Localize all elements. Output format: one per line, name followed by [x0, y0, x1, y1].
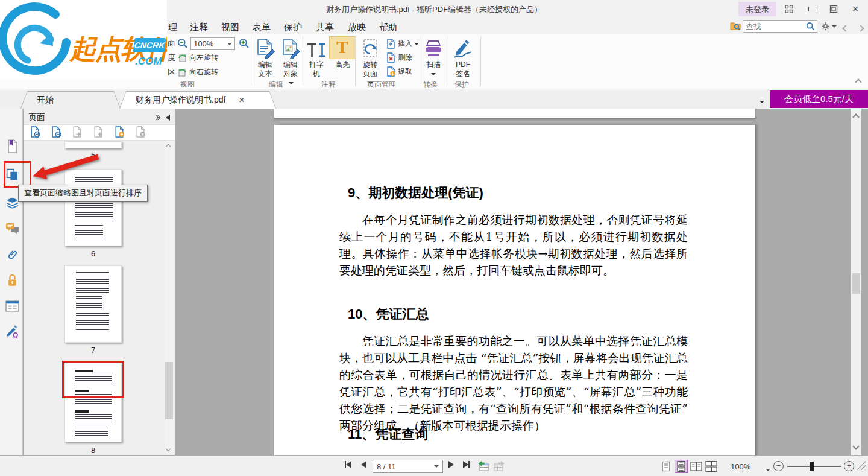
extract-page-button[interactable]: 提取	[386, 66, 412, 77]
typewriter-label: 打字机	[307, 60, 326, 78]
rotate-left-button[interactable]: 向左旋转	[177, 52, 218, 63]
thumbnail-number-8: 8	[64, 446, 122, 455]
minimize-icon[interactable]	[804, 2, 820, 16]
single-page-view-icon[interactable]	[659, 460, 673, 473]
delete-page-button[interactable]: 删除	[386, 52, 412, 63]
pages-panel-scrollbar-thumb[interactable]	[165, 362, 173, 419]
menu-item-view[interactable]: 视图	[219, 21, 242, 34]
thumbnail-page-7[interactable]	[64, 265, 122, 343]
tab-close-icon[interactable]: ×	[239, 95, 244, 105]
pdf-sign-label: PDF签名	[453, 60, 473, 78]
pages-panel-scrollbar[interactable]	[165, 141, 174, 455]
restore-icon[interactable]	[826, 2, 841, 16]
menu-item-help[interactable]: 帮助	[377, 21, 400, 34]
edit-text-button[interactable]: 编辑文本	[252, 36, 278, 78]
menu-item-present[interactable]: 放映	[345, 21, 368, 34]
previous-page-button[interactable]	[361, 461, 366, 468]
find-next-icon[interactable]	[858, 24, 863, 33]
attachments-icon[interactable]	[4, 247, 20, 262]
scan-button[interactable]: 扫描	[420, 36, 447, 78]
digital-signatures-icon[interactable]	[4, 324, 20, 340]
continuous-facing-view-icon[interactable]	[705, 460, 718, 473]
insert-page-button[interactable]: 插入	[386, 39, 419, 49]
rotate-right-button[interactable]: 向右旋转	[177, 67, 218, 77]
pdf-sign-icon	[449, 36, 477, 59]
resize-grip[interactable]	[857, 461, 866, 470]
document-scrollbar[interactable]	[851, 109, 861, 455]
find-previous-icon[interactable]	[843, 24, 848, 33]
insert-page-panel-icon[interactable]	[114, 126, 125, 139]
tab-document[interactable]: 财务用户操作说明书.pdf ×	[119, 91, 276, 109]
scan-label: 扫描	[420, 60, 447, 78]
next-view-icon[interactable]	[493, 460, 505, 472]
enlarge-thumbnails-icon[interactable]	[30, 126, 40, 139]
fit-width-partial[interactable]: 度	[168, 52, 175, 63]
search-settings-gear-icon[interactable]	[821, 22, 837, 31]
zoom-out-icon[interactable]	[177, 38, 188, 51]
search-input-box[interactable]	[743, 20, 817, 33]
red-annotation-arrow	[29, 152, 102, 182]
scan-icon	[420, 36, 447, 59]
zoom-in-icon[interactable]	[239, 38, 250, 51]
highlight-button[interactable]: T 高亮	[329, 36, 356, 69]
reduce-thumbnails-icon[interactable]	[51, 126, 61, 139]
collapse-ribbon-icon[interactable]	[856, 77, 861, 86]
search-magnifier-icon[interactable]	[806, 22, 817, 31]
rotate-left-label: 向左旋转	[189, 52, 218, 63]
first-page-button[interactable]	[345, 461, 351, 468]
menu-item-share[interactable]: 共享	[313, 21, 336, 34]
pages-panel-title: 页面	[28, 112, 45, 123]
doc-section-11-heading: 11、凭证查询	[348, 425, 428, 443]
login-status-button[interactable]: 未登录	[738, 2, 776, 16]
zoom-in-circle-icon[interactable]: +	[844, 461, 854, 471]
menu-item-protect[interactable]: 保护	[281, 21, 304, 34]
menu-item-form[interactable]: 表单	[250, 21, 273, 34]
tab-list-dropdown-icon[interactable]	[760, 97, 764, 106]
thumbnail-page-5[interactable]	[64, 141, 122, 148]
form-fields-icon[interactable]	[4, 298, 20, 314]
pdf-sign-button[interactable]: PDF签名	[449, 36, 477, 78]
security-icon[interactable]	[4, 273, 20, 288]
panel-collapse-icon[interactable]	[166, 115, 170, 121]
comments-icon[interactable]	[4, 221, 20, 236]
zoom-level-combo[interactable]: 100%	[190, 37, 235, 50]
typewriter-button[interactable]: 打字机	[304, 36, 329, 78]
layout-grid-icon[interactable]	[781, 2, 797, 16]
document-scrollbar-thumb[interactable]	[852, 273, 860, 294]
membership-promo-banner[interactable]: 会员低至0.5元/天	[770, 90, 868, 108]
page-number-combo[interactable]: 8 / 11	[373, 460, 443, 473]
last-page-button[interactable]	[463, 461, 470, 468]
previous-view-icon[interactable]	[477, 460, 489, 472]
delete-page-label: 删除	[398, 52, 412, 63]
zoom-slider-handle[interactable]	[810, 462, 814, 471]
ribbon-group-protect: 保护	[441, 80, 483, 90]
continuous-view-icon[interactable]	[675, 460, 688, 473]
panel-expand-icon[interactable]	[154, 116, 160, 119]
thumbnail-page-8[interactable]	[64, 362, 122, 442]
bookmarks-icon[interactable]	[4, 138, 20, 154]
zoom-slider-track[interactable]	[787, 466, 841, 467]
doc-section-10-body: 凭证汇总是非常重要的功能之一。可以从菜单中选择凭证汇总模块，也可以从工具栏中点击…	[339, 332, 688, 434]
doc-section-9-body: 在每个月凭证制作之前必须进行期初数据处理，否则凭证号将延续上一个月的号码，不能从…	[339, 211, 688, 279]
status-zoom-dropdown-icon[interactable]	[766, 465, 770, 474]
document-tab-bar: 开始 财务用户操作说明书.pdf × 会员低至0.5元/天	[0, 89, 868, 109]
doc-section-9-heading: 9、期初数据处理(凭证)	[348, 184, 483, 202]
delete-page-panel-icon[interactable]	[135, 126, 146, 139]
zoom-level-value: 100%	[193, 39, 213, 48]
fit-visible-partial[interactable]: 区	[168, 67, 175, 78]
close-icon[interactable]: ×	[848, 2, 863, 16]
facing-view-icon[interactable]	[690, 460, 703, 473]
zoom-out-circle-icon[interactable]: −	[773, 461, 784, 471]
doc-section-10-heading: 10、凭证汇总	[348, 305, 429, 323]
search-folder-icon[interactable]	[730, 21, 741, 33]
menu-item-comment[interactable]: 注释	[187, 21, 210, 34]
fit-page-partial[interactable]: 面	[168, 38, 175, 49]
move-page-down-icon[interactable]	[93, 126, 104, 139]
tab-start[interactable]: 开始	[20, 91, 121, 109]
thumbnail-number-6: 6	[64, 249, 122, 258]
search-input[interactable]	[743, 22, 806, 31]
next-page-button[interactable]	[448, 461, 454, 468]
menu-item-partial[interactable]: 理	[166, 21, 180, 34]
ribbon-separator	[355, 36, 356, 86]
move-page-up-icon[interactable]	[72, 126, 83, 139]
